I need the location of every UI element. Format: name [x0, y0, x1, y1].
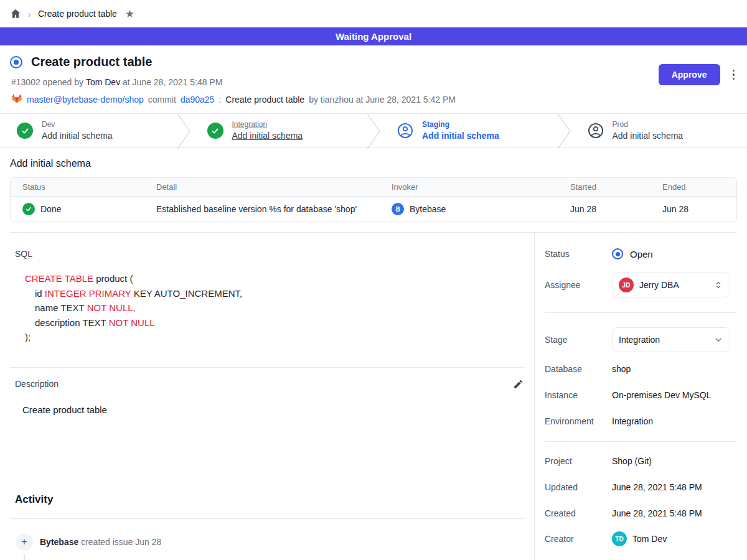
issue-detail-panel: SQL CREATE TABLE product (id INTEGER PRI…	[0, 233, 534, 560]
creator-value: Tom Dev	[632, 534, 667, 544]
database-value: shop	[612, 364, 631, 374]
updated-value: June 28, 2021 5:48 PM	[612, 482, 702, 492]
check-icon	[17, 123, 33, 139]
favorite-star-icon[interactable]: ★	[125, 9, 134, 19]
sql-line: description TEXT NOT NULL	[25, 315, 525, 330]
check-icon	[207, 123, 223, 139]
chevron-down-icon	[713, 335, 723, 345]
person-icon	[397, 123, 413, 139]
activity-item: + Bytebase created issue Jun 28	[16, 533, 525, 560]
status-row: Status Open	[545, 248, 736, 259]
status-value: Open	[630, 249, 653, 259]
chevron-updown-icon	[713, 280, 723, 290]
task-section: Add initial schema Status Detail Invoker…	[0, 148, 747, 233]
creator-label: Creator	[545, 534, 612, 544]
timeline-line	[24, 554, 25, 560]
stage-select[interactable]: Integration	[612, 327, 730, 352]
stage-staging[interactable]: Staging Add initial schema	[380, 114, 557, 147]
task-invoker: Bytebase	[410, 204, 446, 214]
description-text: Create product table	[22, 404, 525, 415]
sql-line: );	[25, 330, 525, 345]
issue-title: Create product table	[31, 55, 152, 69]
commit-message: Create product table	[225, 95, 304, 105]
divider	[545, 312, 736, 313]
created-label: Created	[545, 508, 612, 518]
stage-prod[interactable]: Prod Add initial schema	[571, 114, 747, 147]
commit-row: master@bytebase-demo/shop commit da90a25…	[11, 93, 456, 106]
breadcrumb: › Create product table ★	[0, 0, 747, 27]
assignee-avatar: JD	[619, 278, 634, 292]
task-status: Done	[40, 204, 61, 214]
approval-banner: Waiting Approval	[0, 27, 747, 45]
updated-row: Updated June 28, 2021 5:48 PM	[545, 482, 736, 492]
issue-opened-time: at June 28, 2021 5:48 PM	[123, 77, 222, 87]
stage-separator	[177, 114, 190, 149]
person-icon	[588, 123, 604, 139]
activity-actor: Bytebase	[40, 537, 78, 547]
stage-integration[interactable]: Integration Add initial schema	[190, 114, 367, 147]
home-icon[interactable]	[10, 8, 21, 19]
sql-code: CREATE TABLE product (id INTEGER PRIMARY…	[25, 271, 525, 345]
stage-separator	[367, 114, 380, 149]
stage-separator	[557, 114, 571, 149]
sql-line: CREATE TABLE product (	[25, 271, 525, 286]
stage-task-label: Add initial schema	[42, 130, 113, 141]
stage-env-label: Dev	[42, 120, 113, 130]
stage-env-label: Integration	[232, 120, 303, 130]
database-label: Database	[545, 364, 612, 374]
commit-branch-link[interactable]: master@bytebase-demo/shop	[27, 95, 144, 105]
stage-task-label: Add initial schema	[422, 130, 499, 141]
updated-label: Updated	[545, 482, 612, 492]
task-section-title: Add initial schema	[10, 158, 737, 169]
commit-label: commit	[148, 95, 176, 105]
stage-dev[interactable]: Dev Add initial schema	[0, 114, 177, 147]
creator-row: Creator TD Tom Dev	[545, 531, 736, 546]
issue-header: Create product table #13002 opened by To…	[0, 45, 747, 113]
gitlab-icon	[11, 93, 22, 106]
column-detail: Detail	[144, 182, 380, 192]
environment-row: Environment Integration	[545, 416, 736, 426]
sql-line: id INTEGER PRIMARY KEY AUTO_INCREMENT,	[25, 286, 525, 301]
issue-id: #13002 opened by	[11, 77, 83, 87]
column-started: Started	[558, 182, 651, 192]
task-table-header: Status Detail Invoker Started Ended	[11, 178, 736, 197]
chevron-right-icon: ›	[28, 9, 31, 19]
commit-hash-link[interactable]: da90a25	[181, 95, 215, 105]
instance-row: Instance On-premises Dev MySQL	[545, 390, 736, 400]
stage-value: Integration	[619, 335, 708, 345]
stage-label: Stage	[545, 335, 612, 345]
task-started: Jun 28	[558, 204, 651, 214]
pipeline-stages: Dev Add initial schema Integration Add i…	[0, 113, 747, 148]
issue-meta: #13002 opened by Tom Dev at June 28, 202…	[11, 77, 456, 87]
project-value: Shop (Git)	[612, 456, 652, 466]
commit-byline: by tianzhou at June 28, 2021 5:42 PM	[309, 95, 456, 105]
project-row: Project Shop (Git)	[545, 456, 736, 466]
assignee-select[interactable]: JD Jerry DBA	[612, 273, 730, 297]
column-status: Status	[11, 182, 144, 192]
more-actions-icon[interactable]	[730, 67, 738, 83]
activity-action: created issue Jun 28	[81, 537, 161, 547]
stage-row: Stage Integration	[545, 327, 736, 352]
assignee-label: Assignee	[545, 280, 612, 290]
task-table-row[interactable]: Done Established baseline version %s for…	[11, 197, 736, 222]
approve-button[interactable]: Approve	[659, 64, 720, 85]
instance-value: On-premises Dev MySQL	[612, 390, 711, 400]
stage-env-label: Staging	[422, 120, 499, 130]
stage-task-label: Add initial schema	[232, 130, 303, 141]
divider	[10, 367, 525, 368]
check-icon	[22, 203, 35, 215]
status-open-icon	[612, 248, 623, 259]
sql-line: name TEXT NOT NULL,	[25, 301, 525, 315]
plus-icon: +	[16, 533, 33, 551]
breadcrumb-title[interactable]: Create product table	[38, 9, 117, 19]
status-label: Status	[545, 249, 612, 259]
commit-separator: :	[218, 95, 221, 105]
task-detail: Established baseline version %s for data…	[144, 204, 380, 214]
instance-label: Instance	[545, 390, 612, 400]
creator-avatar: TD	[612, 531, 627, 546]
edit-description-icon[interactable]	[512, 378, 525, 391]
activity-title: Activity	[15, 493, 525, 506]
stage-task-label: Add initial schema	[613, 130, 684, 141]
environment-value: Integration	[612, 416, 653, 426]
assignee-row: Assignee JD Jerry DBA	[545, 273, 736, 297]
